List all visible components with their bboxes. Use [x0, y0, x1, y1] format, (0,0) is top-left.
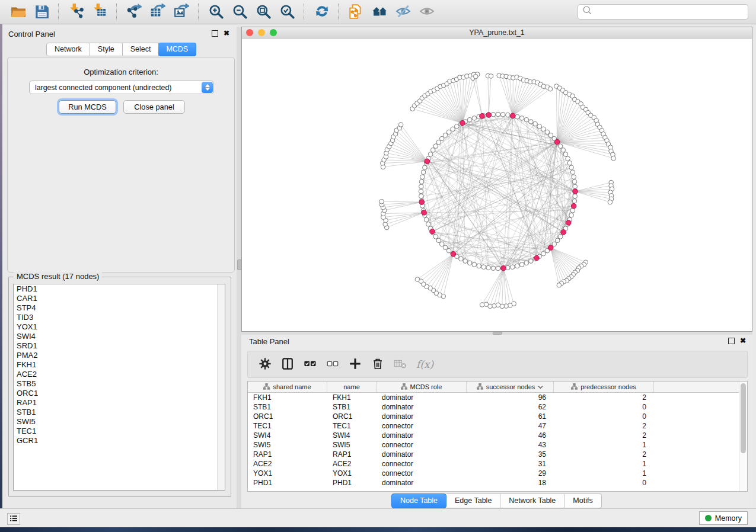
tab-network-table[interactable]: Network Table [500, 493, 564, 508]
close-panel-button[interactable]: Close panel [123, 100, 185, 114]
first-neighbors-button[interactable] [369, 2, 390, 21]
table-row[interactable]: ACE2ACE2connector311 [248, 459, 741, 469]
zoom-out-button[interactable] [229, 2, 250, 21]
add-column-button[interactable] [346, 355, 364, 373]
network-node[interactable] [561, 148, 566, 153]
network-node[interactable] [419, 194, 423, 198]
network-node[interactable] [491, 112, 496, 117]
network-node[interactable] [524, 261, 529, 265]
float-table-panel-icon[interactable] [728, 338, 735, 344]
function-builder-button[interactable]: f(x) [416, 358, 433, 370]
network-node[interactable] [548, 86, 553, 91]
select-all-checkboxes-button[interactable] [301, 355, 319, 373]
delete-column-button[interactable] [369, 355, 387, 373]
mcds-result-item[interactable]: CAR1 [14, 294, 225, 303]
zoom-fit-button[interactable] [253, 2, 273, 21]
network-node[interactable] [455, 124, 460, 129]
network-node[interactable] [467, 261, 472, 265]
export-image-button[interactable] [171, 2, 192, 21]
network-node[interactable] [474, 74, 479, 79]
network-node[interactable] [430, 148, 435, 153]
network-node[interactable] [423, 165, 428, 170]
network-node[interactable] [569, 213, 574, 217]
mcds-hub-node[interactable] [511, 113, 516, 118]
network-node[interactable] [515, 114, 520, 119]
mcds-result-item[interactable]: GCR1 [14, 436, 225, 446]
export-network-button[interactable] [124, 2, 144, 21]
mcds-result-item[interactable]: STB5 [14, 379, 225, 389]
network-node[interactable] [558, 235, 563, 239]
tab-motifs[interactable]: Motifs [564, 493, 601, 508]
columns-button[interactable] [279, 355, 296, 373]
network-node[interactable] [424, 217, 429, 222]
mcds-hub-node[interactable] [554, 139, 560, 145]
mcds-hub-node[interactable] [561, 230, 566, 235]
mcds-result-item[interactable]: STP4 [14, 303, 225, 313]
mcds-result-item[interactable]: TEC1 [14, 427, 225, 436]
mcds-result-item[interactable]: TID3 [14, 313, 225, 322]
network-node[interactable] [541, 251, 546, 256]
mcds-result-item[interactable]: ORC1 [14, 389, 225, 398]
network-node[interactable] [477, 264, 481, 268]
mcds-hub-node[interactable] [548, 245, 553, 251]
zoom-selected-button[interactable] [277, 2, 297, 21]
mcds-hub-node[interactable] [501, 265, 506, 271]
vertical-splitter[interactable] [237, 27, 241, 508]
criterion-select[interactable]: largest connected component (undirected) [29, 81, 214, 94]
table-row[interactable]: ORC1ORC1dominator610 [248, 412, 741, 421]
network-node[interactable] [426, 222, 431, 227]
column-header-successor-nodes[interactable]: successor nodes [467, 382, 554, 392]
network-node[interactable] [611, 156, 616, 161]
memory-button[interactable]: Memory [699, 511, 748, 525]
tab-edge-table[interactable]: Edge Table [446, 493, 500, 508]
apply-layout-button[interactable] [311, 2, 331, 21]
network-node[interactable] [419, 189, 423, 194]
network-node[interactable] [436, 238, 441, 243]
network-node[interactable] [570, 170, 575, 175]
network-window-titlebar[interactable]: YPA_prune.txt_1 [242, 27, 752, 39]
network-node[interactable] [567, 161, 572, 165]
gear-button[interactable] [256, 355, 274, 373]
network-node[interactable] [459, 257, 464, 261]
mcds-hub-node[interactable] [419, 200, 425, 205]
tab-network[interactable]: Network [46, 43, 90, 56]
column-header-shared-name[interactable]: shared name [248, 382, 327, 392]
network-node[interactable] [379, 199, 384, 204]
network-node[interactable] [519, 262, 524, 267]
mcds-hub-node[interactable] [534, 255, 540, 261]
network-node[interactable] [415, 277, 420, 282]
network-node[interactable] [519, 116, 524, 121]
network-node[interactable] [451, 127, 455, 132]
tab-node-table[interactable]: Node Table [391, 493, 446, 508]
new-network-from-selection-button[interactable] [346, 2, 366, 21]
network-node[interactable] [428, 152, 433, 157]
column-header-MCDS-role[interactable]: MCDS role [377, 382, 467, 392]
network-node[interactable] [524, 117, 529, 122]
network-node[interactable] [572, 180, 577, 184]
network-node[interactable] [433, 144, 438, 149]
network-node[interactable] [572, 175, 576, 180]
mcds-result-item[interactable]: PHD1 [14, 284, 225, 294]
network-node[interactable] [555, 238, 560, 243]
network-node[interactable] [436, 140, 441, 145]
network-node[interactable] [446, 130, 451, 134]
mcds-result-item[interactable]: FKH1 [14, 360, 225, 370]
network-node[interactable] [421, 170, 426, 175]
table-row[interactable]: RAP1RAP1dominator352 [248, 450, 741, 459]
network-node[interactable] [446, 248, 451, 253]
network-node[interactable] [500, 112, 505, 117]
network-node[interactable] [472, 116, 477, 121]
table-row[interactable]: TEC1TEC1connector472 [248, 421, 741, 431]
mcds-hub-node[interactable] [460, 120, 465, 126]
mcds-hub-node[interactable] [573, 189, 578, 194]
open-file-button[interactable] [8, 2, 28, 21]
show-all-button[interactable] [417, 2, 437, 21]
network-node[interactable] [439, 136, 444, 141]
network-node[interactable] [608, 200, 613, 204]
network-node[interactable] [515, 264, 520, 268]
run-mcds-button[interactable]: Run MCDS [59, 100, 116, 114]
mcds-result-item[interactable]: SWI4 [14, 332, 225, 341]
network-node[interactable] [463, 259, 468, 264]
mcds-result-item[interactable]: YOX1 [14, 322, 225, 332]
save-session-button[interactable] [31, 2, 52, 21]
